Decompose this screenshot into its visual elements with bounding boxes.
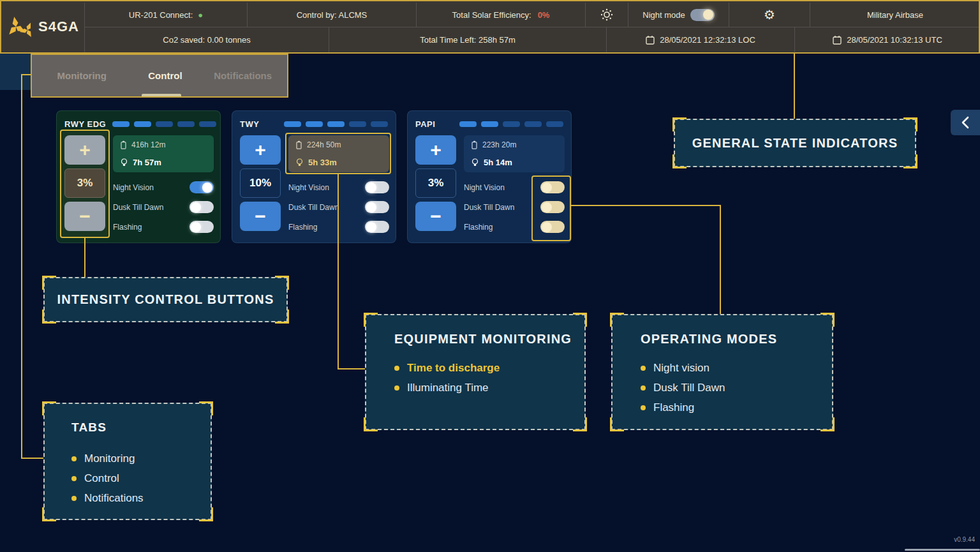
intensity-value: 3% (415, 168, 456, 198)
propeller-logo-icon (6, 15, 36, 39)
bulb-icon (471, 158, 479, 167)
corner-bracket (610, 313, 624, 327)
papi-toggles-highlight (531, 175, 571, 241)
tab-notifications[interactable]: Notifications (198, 70, 287, 81)
connector-general-state (794, 54, 795, 119)
app-screen: S4GA UR-201 Connect: ● Control by: ALCMS… (0, 0, 980, 552)
bullet-icon (71, 496, 77, 501)
corner-bracket (42, 401, 56, 415)
equipment-monitor-box: 416h 12m 7h 57m (113, 135, 214, 172)
intensity-decrease-button[interactable]: − (415, 202, 456, 231)
local-time-cell: 28/05/2021 12:32:13 LOC (606, 27, 794, 52)
night-vision-toggle[interactable] (189, 181, 214, 193)
corner-bracket (672, 117, 687, 131)
bullet-icon (71, 476, 77, 481)
flashing-label: Flashing (113, 223, 189, 232)
intensity-bars (265, 121, 388, 127)
night-vision-toggle[interactable] (365, 181, 389, 193)
connect-status-cell: UR-201 Connect: ● (84, 3, 247, 27)
tabstrip-highlight-box: Monitoring Control Notifications (31, 54, 288, 98)
intensity-value: 10% (240, 168, 281, 198)
callout-equipment-monitoring: EQUIPMENT MONITORING Time to discharge I… (365, 314, 586, 430)
co2-saved-label: Co2 saved: 0.00 tonnes (163, 35, 250, 45)
corner-bracket (820, 313, 835, 327)
list-item: Time to discharge (394, 358, 584, 378)
control-by-cell: Control by: ALCMS (247, 3, 416, 27)
solar-efficiency-value: 0% (538, 10, 550, 20)
list-item: Night vision (641, 358, 832, 378)
dusk-till-dawn-toggle[interactable] (365, 201, 389, 213)
brand-logo: S4GA (1, 1, 84, 52)
corner-bracket (199, 401, 213, 415)
tab-control[interactable]: Control (131, 70, 198, 81)
bullet-icon (71, 456, 77, 461)
dusk-till-dawn-toggle[interactable] (189, 201, 214, 213)
corner-bracket (42, 310, 56, 324)
list-item: Control (71, 468, 211, 488)
intensity-increase-button[interactable]: + (240, 135, 281, 165)
brand-name: S4GA (38, 19, 79, 35)
brightness-cell[interactable] (585, 3, 628, 27)
callout-tabs: TABS Monitoring Control Notifications (43, 403, 212, 520)
utc-time-cell: 28/05/2021 10:32:13 UTC (794, 27, 980, 52)
list-item: Flashing (641, 398, 832, 417)
control-by-label: Control by: ALCMS (297, 10, 368, 20)
connect-status-icon: ● (198, 11, 203, 19)
bulb-icon (121, 158, 128, 167)
corner-bracket (275, 310, 289, 324)
collapse-panel-button[interactable] (951, 110, 980, 135)
connector-operating-horizontal (571, 205, 721, 206)
toggle-knob (366, 183, 376, 193)
solar-efficiency-label: Total Solar Efficiency: (452, 10, 531, 20)
settings-cell[interactable]: ⚙ (729, 3, 810, 27)
callout-title: TABS (71, 421, 211, 435)
bullet-icon (394, 385, 399, 391)
chevron-left-icon (961, 116, 970, 129)
connector-tabs-top (21, 74, 31, 75)
intensity-bars (112, 121, 216, 127)
scrollbar-fragment[interactable] (905, 549, 980, 551)
bullet-icon (641, 385, 646, 391)
intensity-increase-button[interactable]: + (415, 135, 456, 165)
calendar-icon (646, 35, 655, 45)
bullet-icon (394, 366, 399, 371)
time-to-discharge: 416h 12m (131, 140, 165, 149)
callout-title: GENERAL STATE INDICATORS (692, 136, 898, 151)
toggle-knob (366, 222, 376, 232)
tab-monitoring[interactable]: Monitoring (32, 70, 131, 81)
night-mode-toggle[interactable] (690, 9, 715, 21)
connector-intensity (84, 238, 85, 277)
toggle-knob (366, 202, 376, 213)
toggle-knob (191, 222, 201, 232)
brightness-sun-icon (600, 8, 614, 22)
dusk-till-dawn-label: Dusk Till Dawn (113, 203, 189, 212)
toggle-knob (202, 183, 212, 193)
illuminating-time: 7h 57m (133, 158, 161, 167)
corner-bracket (573, 417, 587, 431)
illuminating-time: 5h 14m (484, 158, 512, 167)
flashing-toggle[interactable] (365, 221, 389, 233)
callout-title: EQUIPMENT MONITORING (394, 332, 584, 347)
battery-icon (121, 140, 126, 149)
tabstrip-edge (0, 54, 31, 90)
corner-bracket (199, 507, 213, 521)
bullet-icon (641, 366, 646, 371)
list-item: Dusk Till Dawn (641, 378, 832, 398)
version-label: v0.9.44 (954, 536, 975, 543)
callout-operating-modes: OPERATING MODES Night vision Dusk Till D… (611, 314, 833, 430)
connect-label: UR-201 Connect: (129, 10, 193, 20)
night-vision-label: Night Vision (464, 183, 540, 192)
corner-bracket (275, 276, 289, 290)
panel-title: RWY EDG (64, 119, 106, 129)
time-to-discharge: 223h 20m (482, 140, 516, 149)
local-time-label: 28/05/2021 12:32:13 LOC (660, 35, 755, 45)
intensity-buttons-highlight (60, 130, 110, 238)
gear-icon[interactable]: ⚙ (764, 8, 775, 21)
time-left-cell: Total Time Left: 258h 57m (329, 27, 606, 52)
connector-equipment-vertical (338, 174, 339, 369)
connector-equipment-horizontal (338, 368, 365, 369)
flashing-toggle[interactable] (189, 221, 214, 233)
flashing-label: Flashing (464, 223, 540, 232)
intensity-decrease-button[interactable]: − (240, 202, 281, 231)
co2-saved-cell: Co2 saved: 0.00 tonnes (84, 27, 329, 52)
